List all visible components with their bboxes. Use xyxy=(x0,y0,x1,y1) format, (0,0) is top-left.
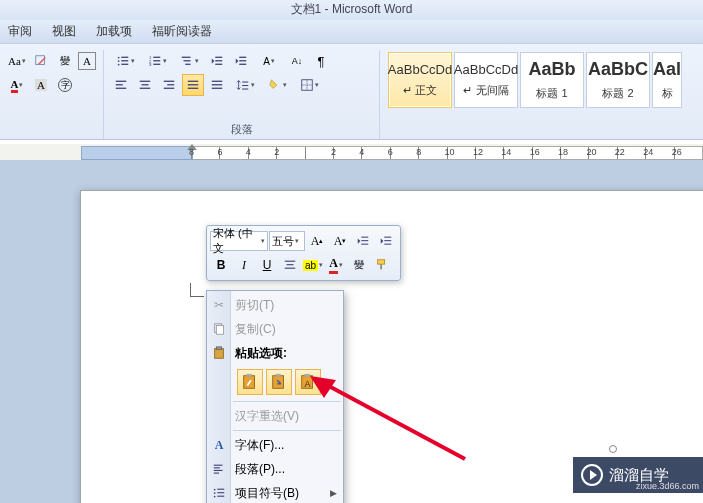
ctx-font[interactable]: A 字体(F)... xyxy=(207,433,343,457)
copy-icon xyxy=(212,322,226,336)
svg-rect-4 xyxy=(121,60,128,61)
multilevel-list-button[interactable]: ▾ xyxy=(174,50,204,72)
text-cursor-mark xyxy=(190,283,204,297)
svg-rect-55 xyxy=(216,326,223,335)
svg-text:3: 3 xyxy=(148,62,151,67)
mini-grow-font-button[interactable]: A▴ xyxy=(306,230,328,252)
mini-increase-indent-button[interactable] xyxy=(375,230,397,252)
paste-keep-source-button[interactable] xyxy=(237,369,263,395)
tab-addins[interactable]: 加载项 xyxy=(96,23,132,40)
style-heading2[interactable]: AaBbC 标题 2 xyxy=(586,52,650,108)
svg-rect-2 xyxy=(121,57,128,58)
svg-rect-33 xyxy=(188,88,199,89)
paste-merge-formatting-button[interactable] xyxy=(266,369,292,395)
svg-rect-44 xyxy=(361,240,368,241)
bullets-button[interactable]: ▾ xyxy=(110,50,140,72)
svg-rect-13 xyxy=(181,57,190,58)
window-title: 文档1 - Microsoft Word xyxy=(291,2,413,16)
mini-decrease-indent-button[interactable] xyxy=(352,230,374,252)
mini-underline-button[interactable]: U xyxy=(256,254,278,276)
svg-rect-15 xyxy=(185,64,190,65)
ribbon-group-styles: AaBbCcDd ↵ 正文 AaBbCcDd ↵ 无间隔 AaBb 标题 1 A… xyxy=(380,50,703,139)
document-area xyxy=(0,160,703,503)
ctx-bullets[interactable]: 项目符号(B) ▶ xyxy=(207,481,343,503)
style-heading1[interactable]: AaBb 标题 1 xyxy=(520,52,584,108)
svg-rect-31 xyxy=(188,81,199,82)
svg-rect-14 xyxy=(183,60,190,61)
borders-button[interactable]: ▾ xyxy=(294,74,324,96)
mini-shrink-font-button[interactable]: A▾ xyxy=(329,230,351,252)
character-shading-button[interactable]: A xyxy=(30,74,52,96)
svg-rect-39 xyxy=(242,89,248,90)
svg-rect-68 xyxy=(214,473,219,474)
show-hide-button[interactable]: ¶ xyxy=(310,50,332,72)
tab-foxit[interactable]: 福昕阅读器 xyxy=(152,23,212,40)
clear-formatting-button[interactable] xyxy=(30,50,52,72)
ctx-copy[interactable]: 复制(C) xyxy=(207,317,343,341)
decrease-indent-button[interactable] xyxy=(206,50,228,72)
tab-review[interactable]: 审阅 xyxy=(8,23,32,40)
sort-button[interactable]: A↓ xyxy=(286,50,308,72)
align-left-button[interactable] xyxy=(110,74,132,96)
svg-rect-61 xyxy=(275,374,280,377)
enclose-characters-button[interactable]: 字 xyxy=(54,74,76,96)
tab-view[interactable]: 视图 xyxy=(52,23,76,40)
svg-rect-51 xyxy=(285,268,296,269)
svg-rect-21 xyxy=(239,64,246,65)
svg-rect-17 xyxy=(215,60,222,61)
styles-gallery[interactable]: AaBbCcDd ↵ 正文 AaBbCcDd ↵ 无间隔 AaBb 标题 1 A… xyxy=(386,50,697,110)
mini-bold-button[interactable]: B xyxy=(210,254,232,276)
shading-button[interactable]: ▾ xyxy=(262,74,292,96)
numbering-button[interactable]: 123▾ xyxy=(142,50,172,72)
svg-rect-19 xyxy=(239,57,246,58)
svg-rect-70 xyxy=(217,489,224,490)
svg-point-73 xyxy=(214,496,216,498)
svg-rect-6 xyxy=(121,64,128,65)
style-heading3[interactable]: Aal 标 xyxy=(652,52,682,108)
align-center-button[interactable] xyxy=(134,74,156,96)
mini-font-size[interactable]: 五号▾ xyxy=(269,231,305,251)
ctx-cut[interactable]: ✂ 剪切(T) xyxy=(207,293,343,317)
align-justify-button[interactable] xyxy=(182,74,204,96)
svg-rect-53 xyxy=(380,264,382,269)
svg-point-3 xyxy=(117,60,119,62)
svg-rect-52 xyxy=(378,260,385,264)
mini-phonetic-button[interactable]: 變 xyxy=(348,254,370,276)
font-color-button[interactable]: A▾ xyxy=(6,74,28,96)
svg-point-5 xyxy=(117,64,119,66)
paste-text-only-button[interactable]: A xyxy=(295,369,321,395)
svg-rect-63 xyxy=(304,374,309,377)
ribbon-group-paragraph: ▾ 123▾ ▾ A▾ A↓ ¶ ▾ ▾ ▾ 段落 xyxy=(104,50,380,139)
svg-rect-24 xyxy=(116,88,127,89)
mini-font-name[interactable]: 宋体 (中文▾ xyxy=(210,231,268,251)
align-right-button[interactable] xyxy=(158,74,180,96)
mini-italic-button[interactable]: I xyxy=(233,254,255,276)
submenu-arrow-icon: ▶ xyxy=(330,488,337,498)
svg-rect-67 xyxy=(214,470,223,471)
character-border-button[interactable]: A xyxy=(78,52,96,70)
line-spacing-button[interactable]: ▾ xyxy=(230,74,260,96)
distributed-button[interactable] xyxy=(206,74,228,96)
grow-font-button[interactable]: Aa▾ xyxy=(6,50,28,72)
style-normal[interactable]: AaBbCcDd ↵ 正文 xyxy=(388,52,452,108)
mini-format-painter-button[interactable] xyxy=(371,254,393,276)
ctx-paragraph[interactable]: 段落(P)... xyxy=(207,457,343,481)
text-direction-button[interactable]: A▾ xyxy=(254,50,284,72)
ctx-paste-options-label: 粘贴选项: xyxy=(207,341,343,365)
svg-rect-47 xyxy=(384,240,391,241)
context-menu: ✂ 剪切(T) 复制(C) 粘贴选项: A 汉字重选(V) A 字体(F)...… xyxy=(206,290,344,503)
increase-indent-button[interactable] xyxy=(230,50,252,72)
mini-highlight-button[interactable]: ab▾ xyxy=(302,254,324,276)
ribbon-group-font: Aa▾ 變 A A▾ A 字 xyxy=(0,50,104,139)
svg-rect-45 xyxy=(361,244,368,245)
mini-font-color-button[interactable]: A▾ xyxy=(325,254,347,276)
svg-rect-22 xyxy=(116,81,127,82)
svg-rect-37 xyxy=(242,82,248,83)
watermark-url: zixue.3d66.com xyxy=(636,481,699,491)
svg-rect-65 xyxy=(214,465,223,466)
cut-icon: ✂ xyxy=(214,298,224,312)
phonetic-guide-button[interactable]: 變 xyxy=(54,50,76,72)
style-no-spacing[interactable]: AaBbCcDd ↵ 无间隔 xyxy=(454,52,518,108)
mini-align-center-button[interactable] xyxy=(279,254,301,276)
ctx-reconvert[interactable]: 汉字重选(V) xyxy=(207,404,343,428)
